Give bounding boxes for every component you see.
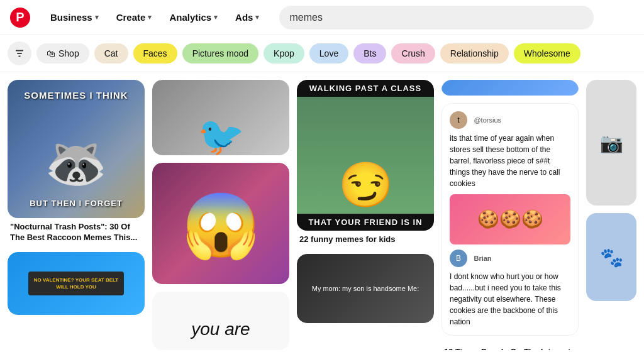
pin-grid: SOMETIMES I THINK BUT THEN I FORGET "Noc… (0, 72, 644, 357)
article2-title: 19 Times People On The Internet Totally,… (441, 343, 579, 350)
chip-faces[interactable]: Faces (133, 43, 177, 63)
pin-high-road[interactable]: Your opinion is trash Taking The High Ro… (441, 80, 579, 96)
mom-text: My mom: my son is handsome Me: (312, 283, 419, 294)
grid-col-4: Your opinion is trash Taking The High Ro… (441, 80, 579, 350)
grid-col-3: WALKING PAST A CLASS THAT YOUR FRIEND IS… (297, 80, 434, 350)
header: P Business ▾ Create ▾ Analytics ▾ Ads ▾ (0, 0, 644, 35)
article-top-image: Your opinion is trash (441, 80, 579, 96)
pin-bird[interactable]: Where Were You?! (152, 80, 289, 155)
nav-business[interactable]: Business ▾ (43, 7, 106, 28)
search-input[interactable] (279, 6, 594, 30)
grid-col-5: 📷 🐾 (586, 80, 636, 350)
pin-article-2[interactable]: 19 Times People On The Internet Totally,… (441, 343, 579, 350)
filter-button[interactable] (8, 41, 31, 65)
grid-col-1: SOMETIMES I THINK BUT THEN I FORGET "Noc… (8, 80, 145, 350)
pin-raccoon[interactable]: SOMETIMES I THINK BUT THEN I FORGET "Noc… (8, 80, 145, 244)
raccoon-pin-title: "Nocturnal Trash Posts": 30 Of The Best … (8, 218, 145, 244)
pin-walking-class[interactable]: WALKING PAST A CLASS THAT YOUR FRIEND IS… (297, 80, 434, 246)
tweet2-body: I dont know who hurt you or how bad.....… (450, 271, 570, 327)
tweet1-body: its that time of year again when stores … (450, 133, 570, 189)
chip-wholesome[interactable]: Wholesome (514, 43, 580, 63)
pin-col5-2[interactable]: 🐾 (586, 213, 636, 301)
grid-col-2: Where Were You?! ♡ padre soltero ♡ aidan… (152, 80, 289, 350)
tweet1-handle: @torsius (474, 116, 501, 124)
tweet2-avatar: B (450, 250, 467, 267)
main-nav: Business ▾ Create ▾ Analytics ▾ Ads ▾ (43, 7, 267, 28)
chip-pictures-mood[interactable]: Pictures mood (182, 43, 258, 63)
pin-mom[interactable]: My mom: my son is handsome Me: (297, 254, 434, 323)
pinterest-logo[interactable]: P (10, 8, 30, 28)
youare-text: you are (191, 319, 250, 339)
pin-billboard[interactable]: NO VALENTINE? YOUR SEAT BELT WILL HOLD Y… (8, 252, 145, 315)
class-text-bottom: THAT YOUR FRIEND IS IN (297, 214, 434, 231)
nav-ads[interactable]: Ads ▾ (228, 7, 267, 28)
shop-bag-icon: 🛍 (47, 48, 55, 58)
class-text-top: WALKING PAST A CLASS (297, 80, 434, 97)
chip-shop[interactable]: 🛍 Shop (36, 43, 89, 63)
chip-kpop[interactable]: Kpop (264, 43, 304, 63)
chevron-down-icon: ▾ (148, 13, 152, 21)
pin-youare[interactable]: you are (152, 292, 289, 350)
chevron-down-icon: ▾ (255, 13, 259, 21)
tweet-card-1[interactable]: t @torsius its that time of year again w… (441, 103, 579, 336)
raccoon-bottom-text: BUT THEN I FORGET (30, 199, 123, 208)
chevron-down-icon: ▾ (214, 13, 218, 21)
chip-relationship[interactable]: Relationship (440, 43, 509, 63)
chevron-down-icon: ▾ (95, 13, 99, 21)
tweet1-header: t @torsius (450, 111, 570, 129)
chip-bts[interactable]: Bts (353, 43, 386, 63)
nav-analytics[interactable]: Analytics ▾ (162, 7, 225, 28)
tweet1-cookies-image: 🍪🍪🍪 (450, 194, 570, 244)
class-pin-title: 22 funny memes for kids (297, 231, 434, 246)
tweet2-header: B Brian (450, 250, 570, 267)
chip-cat[interactable]: Cat (94, 43, 128, 63)
chip-love[interactable]: Love (309, 43, 348, 63)
billboard-sign-text: NO VALENTINE? YOUR SEAT BELT WILL HOLD Y… (28, 272, 125, 295)
pin-sully[interactable]: ♡ padre soltero ♡ aidangallagher y tu (152, 163, 289, 283)
tweet2-handle: Brian (474, 255, 491, 262)
chips-row: 🛍 Shop Cat Faces Pictures mood Kpop Love… (0, 35, 644, 72)
pin-col5-1[interactable]: 📷 (586, 80, 636, 206)
raccoon-top-text: SOMETIMES I THINK (24, 90, 128, 101)
tweet1-avatar: t (450, 111, 467, 129)
nav-create[interactable]: Create ▾ (109, 7, 160, 28)
chip-crush[interactable]: Crush (391, 43, 435, 63)
